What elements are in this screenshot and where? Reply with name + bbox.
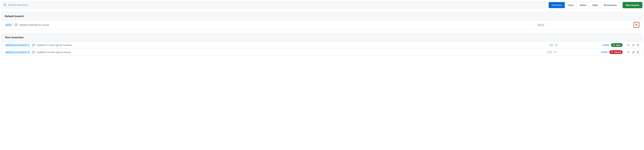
branch-row: monalisa-branch-5Updated 3 months ago by… bbox=[2, 49, 642, 56]
rename-icon[interactable] bbox=[632, 51, 634, 53]
ahead-count: 21 bbox=[555, 43, 558, 46]
updated-text: Updated yesterday by octocat bbox=[19, 24, 49, 26]
activity-icon[interactable] bbox=[627, 51, 630, 53]
activity-highlight bbox=[634, 22, 639, 28]
status-text: Open bbox=[616, 44, 621, 46]
tab-overview[interactable]: Overview bbox=[549, 2, 565, 8]
new-branch-button[interactable]: New branch bbox=[622, 2, 642, 8]
git-pull-request-icon bbox=[612, 44, 615, 46]
status-badge[interactable]: Open bbox=[611, 43, 622, 47]
delete-icon[interactable] bbox=[637, 51, 639, 53]
tab-active[interactable]: Active bbox=[577, 2, 589, 8]
updated-text: Updated 3 months ago by octocat bbox=[37, 51, 70, 53]
copy-icon[interactable] bbox=[32, 44, 35, 46]
updated-text: Updated 11 hours ago by monalisa bbox=[37, 44, 72, 46]
pr-link[interactable]: #1866 bbox=[603, 44, 609, 46]
pr-link[interactable]: #1626 bbox=[601, 51, 608, 53]
search-input[interactable] bbox=[2, 2, 546, 9]
branch-name[interactable]: main bbox=[5, 23, 13, 27]
panel-title-default: Default branch bbox=[2, 13, 642, 20]
behind-count: 1211 bbox=[548, 51, 552, 53]
branch-name[interactable]: monalisa-branch-1 bbox=[5, 43, 30, 47]
default-branch-panel: Default branch main Updated yesterday by… bbox=[2, 12, 642, 30]
activity-icon[interactable] bbox=[635, 23, 638, 26]
delete-icon[interactable] bbox=[637, 44, 639, 46]
tab-stale[interactable]: Stale bbox=[589, 2, 601, 8]
git-pull-request-icon bbox=[611, 51, 613, 53]
your-branches-panel: Your branches monalisa-branch-1Updated 1… bbox=[2, 33, 642, 56]
status-text: Closed bbox=[614, 51, 621, 53]
activity-icon[interactable] bbox=[627, 44, 630, 46]
branch-row: monalisa-branch-1Updated 11 hours ago by… bbox=[2, 42, 642, 49]
ahead-behind: 121111 bbox=[544, 51, 559, 54]
search-icon bbox=[4, 4, 6, 7]
ahead-count: 11 bbox=[554, 51, 556, 53]
branch-tabs: Overview Yours Active Stale All branches bbox=[548, 2, 620, 8]
default-badge: Default bbox=[535, 23, 546, 27]
copy-icon[interactable] bbox=[32, 51, 35, 53]
rename-icon[interactable] bbox=[632, 44, 634, 46]
copy-icon[interactable] bbox=[15, 24, 17, 26]
tab-all[interactable]: All branches bbox=[601, 2, 620, 8]
behind-count: 236 bbox=[550, 43, 553, 46]
branch-name[interactable]: monalisa-branch-5 bbox=[5, 51, 30, 54]
branch-row-default: main Updated yesterday by octocat Defaul… bbox=[2, 20, 642, 29]
status-badge[interactable]: Closed bbox=[610, 50, 622, 54]
ahead-behind: 23621 bbox=[546, 43, 560, 47]
panel-title-yours: Your branches bbox=[2, 34, 642, 42]
tab-yours[interactable]: Yours bbox=[565, 2, 577, 8]
